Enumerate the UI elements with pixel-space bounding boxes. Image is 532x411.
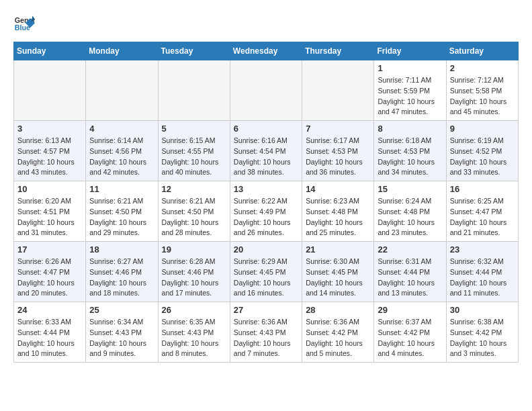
weekday-header: Sunday <box>14 42 86 60</box>
page-header: General Blue <box>13 13 519 35</box>
day-number: 25 <box>89 305 154 315</box>
calendar-week-row: 10Sunrise: 6:20 AMSunset: 4:51 PMDayligh… <box>14 181 519 242</box>
calendar-cell: 26Sunrise: 6:35 AMSunset: 4:43 PMDayligh… <box>158 302 230 363</box>
day-info: Sunrise: 6:27 AMSunset: 4:46 PMDaylight:… <box>89 257 154 299</box>
day-info: Sunrise: 7:12 AMSunset: 5:58 PMDaylight:… <box>450 75 515 118</box>
weekday-header: Monday <box>86 42 158 60</box>
calendar-cell <box>230 60 302 121</box>
calendar-cell: 28Sunrise: 6:36 AMSunset: 4:42 PMDayligh… <box>302 302 374 363</box>
calendar-cell: 23Sunrise: 6:32 AMSunset: 4:44 PMDayligh… <box>446 242 518 302</box>
calendar-cell: 4Sunrise: 6:14 AMSunset: 4:56 PMDaylight… <box>86 121 158 181</box>
logo: General Blue <box>13 13 35 35</box>
calendar-cell: 17Sunrise: 6:26 AMSunset: 4:47 PMDayligh… <box>14 242 86 302</box>
day-info: Sunrise: 6:33 AMSunset: 4:44 PMDaylight:… <box>17 317 82 359</box>
weekday-header: Wednesday <box>230 42 302 60</box>
day-info: Sunrise: 6:20 AMSunset: 4:51 PMDaylight:… <box>17 196 82 238</box>
calendar-cell: 11Sunrise: 6:21 AMSunset: 4:50 PMDayligh… <box>86 181 158 242</box>
day-info: Sunrise: 6:36 AMSunset: 4:43 PMDaylight:… <box>234 317 298 359</box>
day-number: 19 <box>162 244 226 255</box>
calendar-cell: 2Sunrise: 7:12 AMSunset: 5:58 PMDaylight… <box>446 60 518 121</box>
day-number: 15 <box>378 184 442 194</box>
day-info: Sunrise: 6:31 AMSunset: 4:44 PMDaylight:… <box>378 257 442 299</box>
calendar-cell: 12Sunrise: 6:21 AMSunset: 4:50 PMDayligh… <box>158 181 230 242</box>
calendar-cell: 9Sunrise: 6:19 AMSunset: 4:52 PMDaylight… <box>446 121 518 181</box>
calendar-cell: 15Sunrise: 6:24 AMSunset: 4:48 PMDayligh… <box>374 181 446 242</box>
day-number: 3 <box>17 124 82 134</box>
day-number: 29 <box>378 305 442 315</box>
day-number: 13 <box>234 184 298 194</box>
calendar-cell: 29Sunrise: 6:37 AMSunset: 4:42 PMDayligh… <box>374 302 446 363</box>
calendar-cell: 6Sunrise: 6:16 AMSunset: 4:54 PMDaylight… <box>230 121 302 181</box>
day-number: 24 <box>17 305 82 315</box>
calendar-week-row: 3Sunrise: 6:13 AMSunset: 4:57 PMDaylight… <box>14 121 519 181</box>
day-info: Sunrise: 6:30 AMSunset: 4:45 PMDaylight:… <box>306 257 370 299</box>
calendar-cell: 16Sunrise: 6:25 AMSunset: 4:47 PMDayligh… <box>446 181 518 242</box>
day-info: Sunrise: 6:14 AMSunset: 4:56 PMDaylight:… <box>89 136 154 178</box>
day-number: 22 <box>378 244 442 255</box>
day-number: 23 <box>450 244 515 255</box>
calendar-cell: 7Sunrise: 6:17 AMSunset: 4:53 PMDaylight… <box>302 121 374 181</box>
day-info: Sunrise: 6:16 AMSunset: 4:54 PMDaylight:… <box>234 136 298 178</box>
calendar-cell: 19Sunrise: 6:28 AMSunset: 4:46 PMDayligh… <box>158 242 230 302</box>
day-info: Sunrise: 6:17 AMSunset: 4:53 PMDaylight:… <box>306 136 370 178</box>
calendar-cell: 24Sunrise: 6:33 AMSunset: 4:44 PMDayligh… <box>14 302 86 363</box>
calendar-cell: 21Sunrise: 6:30 AMSunset: 4:45 PMDayligh… <box>302 242 374 302</box>
day-number: 6 <box>234 124 298 134</box>
day-info: Sunrise: 6:24 AMSunset: 4:48 PMDaylight:… <box>378 196 442 238</box>
day-number: 5 <box>162 124 226 134</box>
calendar-week-row: 24Sunrise: 6:33 AMSunset: 4:44 PMDayligh… <box>14 302 519 363</box>
day-info: Sunrise: 6:15 AMSunset: 4:55 PMDaylight:… <box>162 136 226 178</box>
day-number: 26 <box>162 305 226 315</box>
day-number: 8 <box>378 124 442 134</box>
day-number: 30 <box>450 305 515 315</box>
calendar-cell: 25Sunrise: 6:34 AMSunset: 4:43 PMDayligh… <box>86 302 158 363</box>
day-number: 4 <box>89 124 154 134</box>
calendar-week-row: 1Sunrise: 7:11 AMSunset: 5:59 PMDaylight… <box>14 60 519 121</box>
calendar-cell: 22Sunrise: 6:31 AMSunset: 4:44 PMDayligh… <box>374 242 446 302</box>
day-number: 16 <box>450 184 515 194</box>
weekday-header-row: SundayMondayTuesdayWednesdayThursdayFrid… <box>14 42 519 60</box>
day-info: Sunrise: 6:22 AMSunset: 4:49 PMDaylight:… <box>234 196 298 238</box>
day-info: Sunrise: 6:36 AMSunset: 4:42 PMDaylight:… <box>306 317 370 359</box>
weekday-header: Saturday <box>446 42 518 60</box>
day-number: 20 <box>234 244 298 255</box>
calendar-cell <box>158 60 230 121</box>
day-info: Sunrise: 6:21 AMSunset: 4:50 PMDaylight:… <box>89 196 154 238</box>
day-info: Sunrise: 6:18 AMSunset: 4:53 PMDaylight:… <box>378 136 442 178</box>
day-number: 17 <box>17 244 82 255</box>
calendar-cell: 3Sunrise: 6:13 AMSunset: 4:57 PMDaylight… <box>14 121 86 181</box>
calendar-cell: 5Sunrise: 6:15 AMSunset: 4:55 PMDaylight… <box>158 121 230 181</box>
logo-icon: General Blue <box>13 13 35 35</box>
weekday-header: Thursday <box>302 42 374 60</box>
day-number: 11 <box>89 184 154 194</box>
day-info: Sunrise: 6:35 AMSunset: 4:43 PMDaylight:… <box>162 317 226 359</box>
day-info: Sunrise: 6:23 AMSunset: 4:48 PMDaylight:… <box>306 196 370 238</box>
day-number: 12 <box>162 184 226 194</box>
calendar: SundayMondayTuesdayWednesdayThursdayFrid… <box>13 42 519 363</box>
day-number: 14 <box>306 184 370 194</box>
day-info: Sunrise: 6:32 AMSunset: 4:44 PMDaylight:… <box>450 257 515 299</box>
day-info: Sunrise: 6:28 AMSunset: 4:46 PMDaylight:… <box>162 257 226 299</box>
day-info: Sunrise: 6:37 AMSunset: 4:42 PMDaylight:… <box>378 317 442 359</box>
day-number: 27 <box>234 305 298 315</box>
calendar-cell: 14Sunrise: 6:23 AMSunset: 4:48 PMDayligh… <box>302 181 374 242</box>
calendar-cell <box>86 60 158 121</box>
day-info: Sunrise: 6:26 AMSunset: 4:47 PMDaylight:… <box>17 257 82 299</box>
weekday-header: Friday <box>374 42 446 60</box>
calendar-cell: 13Sunrise: 6:22 AMSunset: 4:49 PMDayligh… <box>230 181 302 242</box>
day-number: 21 <box>306 244 370 255</box>
day-number: 7 <box>306 124 370 134</box>
day-number: 2 <box>450 63 515 73</box>
day-info: Sunrise: 7:11 AMSunset: 5:59 PMDaylight:… <box>378 75 442 118</box>
day-info: Sunrise: 6:19 AMSunset: 4:52 PMDaylight:… <box>450 136 515 178</box>
calendar-cell: 8Sunrise: 6:18 AMSunset: 4:53 PMDaylight… <box>374 121 446 181</box>
calendar-cell <box>14 60 86 121</box>
day-number: 28 <box>306 305 370 315</box>
day-info: Sunrise: 6:29 AMSunset: 4:45 PMDaylight:… <box>234 257 298 299</box>
calendar-cell: 18Sunrise: 6:27 AMSunset: 4:46 PMDayligh… <box>86 242 158 302</box>
calendar-cell: 20Sunrise: 6:29 AMSunset: 4:45 PMDayligh… <box>230 242 302 302</box>
day-info: Sunrise: 6:38 AMSunset: 4:42 PMDaylight:… <box>450 317 515 359</box>
calendar-cell: 27Sunrise: 6:36 AMSunset: 4:43 PMDayligh… <box>230 302 302 363</box>
calendar-cell: 1Sunrise: 7:11 AMSunset: 5:59 PMDaylight… <box>374 60 446 121</box>
day-info: Sunrise: 6:25 AMSunset: 4:47 PMDaylight:… <box>450 196 515 238</box>
